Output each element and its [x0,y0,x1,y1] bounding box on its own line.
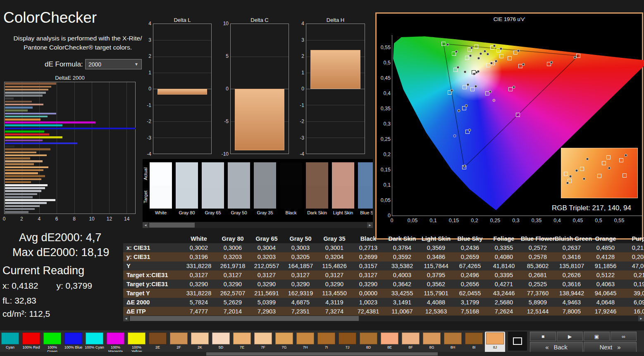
scroll-left-icon[interactable]: ◄ [143,222,148,228]
table-row-label: Y [123,263,182,269]
table-cell: 138,9442 [555,290,589,297]
toolbar-swatch-2e[interactable]: 2E [148,332,168,355]
table-cell: 0,3127 [250,272,284,278]
toolbar-swatch-2f[interactable]: 2F [169,332,189,355]
scrollbar-track[interactable] [0,352,644,356]
back-button[interactable]: « Back [530,342,583,352]
swatch-strip-scrollbar[interactable]: ◄ ► [143,222,373,228]
deltae-bar [5,101,32,103]
swatch-tile-label: 7E [240,345,244,349]
toolbar-swatch-100-blue[interactable]: 100% Blue [63,332,83,355]
toolbar-swatch-7h[interactable]: 7H [295,332,315,355]
deltae-bar [5,160,43,162]
swatch-label: Gray 50 [228,210,250,215]
table-cell: 47,06 [623,263,644,269]
toolbar-swatch-2k[interactable]: 2K [190,332,210,355]
scroll-left-icon[interactable]: ◄ [123,316,129,321]
toolbar-swatch-8f[interactable]: 8F [401,332,421,355]
cie-measured-dot [517,50,520,52]
table-column-header: Light Skin [419,235,453,242]
toolbar-swatch-100-red[interactable]: 100% Red [21,332,41,355]
scrollbar-track[interactable] [148,222,367,228]
target-swatch [358,185,373,209]
swatch-tile-label: 2E [155,345,160,349]
toolbar-swatch-100-cyan[interactable]: 100% Cyan [84,332,105,355]
table-scrollbar[interactable]: ◄ ► [123,316,644,321]
toolbar-swatch-100-magenta[interactable]: 100% Magenta [105,332,126,355]
table-cell: 3,1799 [453,299,487,306]
deltae-bar [5,172,38,174]
cie-target-square [463,85,467,89]
toolbar-swatch-100-yellow[interactable]: 100% Yellow [126,332,147,355]
swatch-chip [128,332,145,344]
axis-tick-label: 0,05 [381,197,391,203]
loop-button[interactable]: ∞ [611,332,637,341]
toolbar-swatch-5d[interactable]: 5D [211,332,231,355]
deltae-bar [5,202,47,204]
toolbar-swatch-8e[interactable]: 8E [379,332,400,355]
de-formula-dropdown[interactable]: 2000 ▼ [85,59,142,69]
scrollbar-thumb[interactable] [130,316,359,321]
table-cell: 115,7901 [419,290,453,297]
cie-measured-dot [465,104,468,107]
pattern-window-button[interactable] [508,332,527,351]
toolbar-swatch-8j[interactable]: 8J [485,332,505,355]
table-cell: 7,8005 [555,308,589,315]
swatch-column: Blue Sky [358,162,373,215]
stop-button[interactable]: ■ [530,332,556,341]
axis-tick-label: 0 [301,86,304,92]
cie-measured-dot [457,66,460,69]
actual-swatch [228,162,250,185]
toolbar-scrollbar[interactable] [0,352,644,356]
swatch-tile-label: 2F [177,345,181,349]
table-column-header: Blue Flower [521,235,555,242]
toolbar-swatch-8g[interactable]: 8G [422,332,442,355]
deltae-bar [5,193,37,195]
next-button[interactable]: Next » [584,342,637,352]
cie-target-square [516,113,520,117]
table-cell: 0,2436 [453,244,487,251]
axis-tick-label: -2 [147,119,151,124]
swatch-tile-label: 7I [325,345,328,349]
table-row-label: Target y:CIE31 [123,281,182,287]
delta-h-axis: 43210-1-2-3-4 [292,24,304,154]
toolbar-swatch-7j[interactable]: 7J [337,332,358,355]
deltae-x-axis: 02468101214 [4,216,136,222]
toolbar-swatch-8h[interactable]: 8H [443,332,463,355]
scrollbar-thumb[interactable] [149,223,195,228]
table-cell: 0,2656 [453,281,487,287]
table-cell: 0,3127 [317,272,351,278]
actual-swatch [202,162,224,185]
toolbar-swatch-cyan[interactable]: Cyan [0,332,20,355]
cie-measured-dot [470,46,473,49]
toolbar-swatch-8i[interactable]: 8I [464,332,484,355]
table-row-label: y: CIE31 [123,254,182,260]
capture-button[interactable]: ▣ [584,332,610,341]
scroll-right-icon[interactable]: ► [367,222,373,228]
swatch-label: Gray 35 [254,210,276,215]
toolbar-swatch-100-green[interactable]: 100% Green [42,332,62,355]
axis-tick-label: 0,15 [381,167,391,173]
deltae-bar [5,187,45,189]
swatch-label: Gray 80 [176,210,198,215]
scrollbar-thumb[interactable] [206,352,438,356]
scrollbar-track[interactable] [129,316,638,321]
table-cell: 5,7824 [182,299,216,306]
inset-measured-dot [575,169,578,172]
toolbar-swatch-7g[interactable]: 7G [274,332,294,355]
cie-measured-dot [458,109,460,112]
scroll-right-icon[interactable]: ► [638,316,644,321]
toolbar-swatch-7e[interactable]: 7E [232,332,252,355]
toolbar-swatch-8d[interactable]: 8D [358,332,379,355]
axis-tick-label: 0,5 [595,218,602,223]
toolbar-swatch-7i[interactable]: 7I [316,332,336,355]
deltae-bar [5,196,33,198]
description-line: Pantone ColorChecker® target colors. [11,43,145,52]
cie-x-axis-labels: 00,050,10,150,20,250,30,350,40,450,50,55 [392,218,644,224]
table-cell: 0,0000 [351,290,385,297]
rgb-triplet-readout: RGB Triplet: 217, 140, 94 [539,204,644,212]
toolbar-swatch-7f[interactable]: 7F [253,332,273,355]
play-button[interactable]: ▶ [557,332,583,341]
swatch-chip [64,332,82,344]
table-cell: 0,2578 [521,254,555,260]
